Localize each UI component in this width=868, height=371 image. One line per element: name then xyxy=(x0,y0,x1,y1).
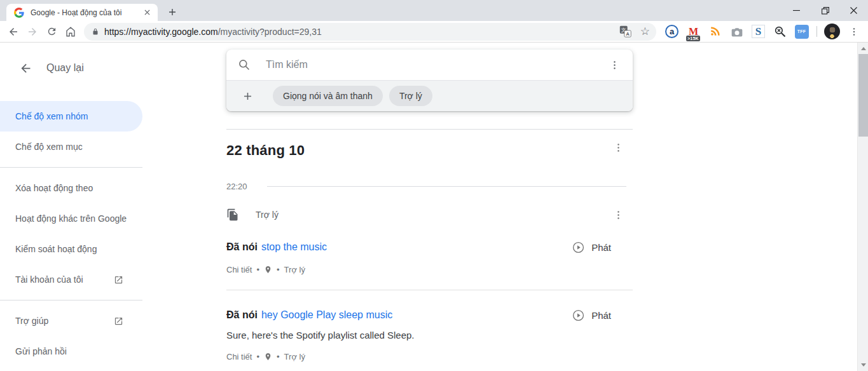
sidebar-item-send-feedback[interactable]: Gửi phản hồi xyxy=(0,336,142,367)
date-header-row: 22 tháng 10 xyxy=(226,130,633,161)
external-link-icon xyxy=(114,275,123,285)
activity-title: Đã nói stop the music xyxy=(226,240,633,254)
extension-gmail-icon[interactable]: M >15K xyxy=(685,24,701,39)
details-row: Chi tiết • • Trợ lý xyxy=(226,264,633,274)
play-label: Phát xyxy=(591,242,611,253)
filter-chips: Giọng nói và âm thanh Trợ lý xyxy=(273,86,432,106)
extension-rss-icon[interactable] xyxy=(707,24,723,39)
sidebar-item-other-activity[interactable]: Hoạt động khác trên Google xyxy=(0,203,142,234)
said-prefix: Đã nói xyxy=(226,241,258,253)
sidebar-item-my-account[interactable]: Tài khoản của tôi xyxy=(0,264,142,295)
main-content: Tìm kiếm Giọng nói và âm thanh Trợ lý 22… xyxy=(226,43,633,371)
extension-s-icon[interactable]: S xyxy=(750,24,766,39)
back-button[interactable] xyxy=(4,22,23,41)
tab-title: Google - Hoạt động của tôi xyxy=(31,8,141,17)
scrollbar-up-arrow-icon[interactable] xyxy=(861,47,866,50)
source-app-link[interactable]: Trợ lý xyxy=(284,265,305,274)
activity-item: Đã nói hey Google Play sleep music Phát … xyxy=(226,308,633,371)
tab-close-icon[interactable] xyxy=(141,7,153,18)
item-divider xyxy=(226,290,633,290)
sidebar-nav: Chế độ xem nhóm Chế độ xem mục Xóa hoạt … xyxy=(0,101,142,367)
said-prefix: Đã nói xyxy=(226,309,258,321)
reload-button[interactable] xyxy=(42,22,61,41)
search-placeholder: Tìm kiếm xyxy=(266,59,605,71)
browser-tab[interactable]: Google - Hoạt động của tôi xyxy=(6,4,158,21)
spoken-phrase-link[interactable]: stop the music xyxy=(261,241,327,253)
activity-item: Đã nói stop the music Phát Chi tiết • • … xyxy=(226,240,633,290)
time-row: 22:20 xyxy=(226,180,633,192)
time-divider xyxy=(267,186,626,187)
add-filter-button[interactable] xyxy=(238,86,257,105)
sidebar-item-help[interactable]: Trợ giúp xyxy=(0,306,142,336)
search-options-kebab-icon[interactable] xyxy=(605,55,624,74)
source-app-link[interactable]: Trợ lý xyxy=(284,352,305,361)
home-button[interactable] xyxy=(61,22,80,41)
extensions-area: a M >15K S TFF xyxy=(664,24,862,39)
details-link[interactable]: Chi tiết xyxy=(226,265,252,274)
filter-chip-assistant[interactable]: Trợ lý xyxy=(389,86,432,106)
search-icon xyxy=(238,58,251,71)
sidebar-item-activity-controls[interactable]: Kiểm soát hoạt động xyxy=(0,234,142,264)
sidebar-item-delete-activity[interactable]: Xóa hoạt động theo xyxy=(0,173,142,203)
new-tab-button[interactable] xyxy=(164,4,181,20)
window-close-button[interactable] xyxy=(839,0,868,21)
play-label: Phát xyxy=(591,310,611,321)
activity-title: Đã nói hey Google Play sleep music xyxy=(226,308,633,322)
extension-camera-icon[interactable] xyxy=(729,24,745,39)
browser-toolbar: https://myactivity.google.com/myactivity… xyxy=(0,21,868,43)
details-link[interactable]: Chi tiết xyxy=(226,352,252,361)
extension-search-x-icon[interactable] xyxy=(772,24,788,39)
time-label: 22:20 xyxy=(226,182,258,191)
sidebar-item-item-view[interactable]: Chế độ xem mục xyxy=(0,132,142,162)
window-controls xyxy=(782,0,868,21)
padlock-icon[interactable] xyxy=(92,27,99,36)
bundle-app-label: Trợ lý xyxy=(256,210,279,220)
url-bar[interactable]: https://myactivity.google.com/myactivity… xyxy=(84,23,656,41)
spoken-phrase-link[interactable]: hey Google Play sleep music xyxy=(261,309,392,321)
date-header: 22 tháng 10 xyxy=(226,142,305,159)
scrollbar-thumb[interactable] xyxy=(858,54,868,137)
myactivity-page: Quay lại Chế độ xem nhóm Chế độ xem mục … xyxy=(0,43,868,371)
url-path: /myactivity?product=29,31 xyxy=(218,27,322,37)
google-favicon-icon xyxy=(14,8,24,18)
browser-menu-kebab-icon[interactable] xyxy=(846,24,862,39)
window-restore-button[interactable] xyxy=(811,0,839,21)
sidebar: Quay lại Chế độ xem nhóm Chế độ xem mục … xyxy=(0,43,142,367)
translate-icon[interactable]: 文 A xyxy=(619,25,631,37)
bookmark-star-icon[interactable]: ☆ xyxy=(640,26,650,37)
gmail-unread-badge: >15K xyxy=(686,36,700,41)
page-scrollbar[interactable] xyxy=(857,43,868,371)
search-card: Tìm kiếm Giọng nói và âm thanh Trợ lý xyxy=(226,50,633,111)
dot-separator: • xyxy=(277,265,280,274)
filter-chip-voice-audio[interactable]: Giọng nói và âm thanh xyxy=(273,86,383,106)
location-pin-icon xyxy=(264,266,272,274)
dot-separator: • xyxy=(277,352,280,361)
location-pin-icon xyxy=(264,353,272,361)
forward-button[interactable] xyxy=(23,22,42,41)
assistant-response: Sure, here's the Spotify playlist called… xyxy=(226,330,633,341)
dot-separator: • xyxy=(256,265,259,274)
scrollbar-down-arrow-icon[interactable] xyxy=(861,363,866,367)
play-button[interactable]: Phát xyxy=(572,241,611,253)
date-kebab-icon[interactable] xyxy=(613,142,624,153)
bundle-kebab-icon[interactable] xyxy=(613,210,624,220)
search-input[interactable]: Tìm kiếm xyxy=(226,50,633,80)
sidebar-item-bundle-view[interactable]: Chế độ xem nhóm xyxy=(0,101,142,132)
extension-a-icon[interactable]: a xyxy=(664,24,680,39)
back-nav[interactable]: Quay lại xyxy=(0,55,142,81)
external-link-icon xyxy=(114,316,123,326)
bundle-header: Trợ lý xyxy=(226,207,633,222)
toolbar-separator xyxy=(816,26,817,37)
url-text[interactable]: https://myactivity.google.com/myactivity… xyxy=(104,27,619,37)
back-arrow-icon xyxy=(19,62,32,75)
sidebar-divider xyxy=(0,167,142,168)
filter-row: Giọng nói và âm thanh Trợ lý xyxy=(226,80,633,111)
window-minimize-button[interactable] xyxy=(782,0,811,21)
sidebar-divider xyxy=(0,300,142,300)
back-label: Quay lại xyxy=(46,62,84,74)
play-button[interactable]: Phát xyxy=(572,309,611,321)
url-host: https://myactivity.google.com xyxy=(104,27,218,37)
profile-avatar[interactable] xyxy=(824,24,840,39)
extension-tff-icon[interactable]: TFF xyxy=(794,24,809,39)
copy-pages-icon xyxy=(226,208,239,221)
